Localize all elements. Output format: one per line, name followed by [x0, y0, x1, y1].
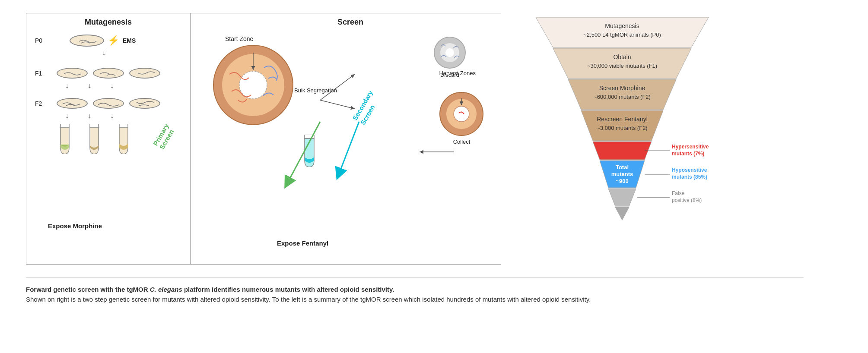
- svg-text:Mutagenesis: Mutagenesis: [605, 22, 639, 29]
- f1-petri-2: [93, 68, 124, 79]
- caption-species: C. elegans: [150, 286, 182, 293]
- primary-screen-arrow-svg: [277, 117, 329, 195]
- svg-text:Screen Morphine: Screen Morphine: [599, 85, 645, 91]
- f2-worms-3-svg: [130, 99, 161, 110]
- svg-line-21: [337, 122, 359, 178]
- f1-worms-3-svg: [130, 69, 161, 79]
- svg-text:positive (8%): positive (8%): [672, 197, 702, 203]
- f1-petri-3: [129, 68, 160, 79]
- arrow-f1-f2-1: ↓: [65, 82, 69, 90]
- svg-text:Hyposensitive: Hyposensitive: [672, 167, 707, 173]
- svg-text:~2,500 L4 tgMOR animals (P0): ~2,500 L4 tgMOR animals (P0): [583, 32, 661, 38]
- svg-marker-40: [615, 207, 629, 220]
- caption-section: Forward genetic screen with the tgMOR C.…: [26, 277, 804, 304]
- f2-petri-3: [129, 98, 160, 109]
- discard-plate-svg: [432, 35, 467, 70]
- svg-rect-1: [90, 124, 99, 127]
- tubes-row: [59, 124, 129, 154]
- svg-marker-34: [593, 142, 652, 160]
- f1-row: [57, 68, 160, 79]
- svg-marker-39: [608, 189, 636, 206]
- primary-plate: [212, 44, 294, 128]
- svg-text:Total: Total: [616, 164, 629, 170]
- p0-petri: [70, 35, 104, 47]
- secondary-screen-arrow-svg: [333, 117, 376, 186]
- funnel-svg: Mutagenesis ~2,500 L4 tgMOR animals (P0)…: [523, 13, 722, 259]
- diagram-row: Mutagenesis P0 ⚡ E: [26, 13, 842, 265]
- f2-worms-1-svg: [57, 99, 89, 110]
- caption-body: Shown on right is a two step genetic scr…: [26, 296, 591, 303]
- svg-text:False: False: [672, 190, 685, 196]
- f1-f2-arrows: ↓ ↓ ↓: [65, 82, 114, 90]
- screen-section: Screen Start Zone: [191, 13, 510, 264]
- p0-row: ⚡ EMS: [70, 35, 136, 47]
- tube-3-svg: [118, 124, 129, 154]
- expose-morphine-label: Expose Morphine: [48, 222, 102, 230]
- svg-text:mutants (85%): mutants (85%): [672, 174, 707, 180]
- tube-1-svg: [59, 124, 70, 154]
- svg-text:Rescreen Fentanyl: Rescreen Fentanyl: [597, 116, 648, 123]
- collect-area: Collect: [439, 91, 484, 145]
- caption-text: Forward genetic screen with the tgMOR C.…: [26, 285, 804, 304]
- start-zone-label: Start Zone: [225, 35, 253, 42]
- mutagenesis-content: P0 ⚡ EMS ↓: [35, 31, 182, 238]
- tube-1-wrapper: [59, 124, 70, 154]
- f2-petri-1: [57, 98, 88, 109]
- svg-text:Obtain: Obtain: [613, 54, 631, 60]
- svg-text:~3,000 mutants (F2): ~3,000 mutants (F2): [597, 125, 647, 131]
- screen-header: Screen: [199, 18, 502, 27]
- arrow-f2-t2: ↓: [88, 112, 91, 120]
- f2-worms-2-svg: [94, 99, 125, 110]
- collect-plate-svg: [439, 91, 484, 137]
- svg-text:Hypersensitive: Hypersensitive: [672, 144, 709, 150]
- svg-text:mutants (7%): mutants (7%): [672, 151, 704, 157]
- arrow-f1-f2-2: ↓: [88, 82, 91, 90]
- ems-label: EMS: [123, 37, 136, 44]
- f1-worms-1-svg: [57, 69, 89, 79]
- mutagenesis-section: Mutagenesis P0 ⚡ E: [26, 13, 191, 264]
- lightning-icon: ⚡: [108, 35, 119, 46]
- mutagenesis-header: Mutagenesis: [35, 18, 181, 27]
- main-container: Mutagenesis P0 ⚡ E: [26, 13, 842, 304]
- primary-screen-label: PrimaryScreen: [152, 123, 176, 151]
- f2-tube-arrows: ↓ ↓ ↓: [65, 112, 114, 120]
- svg-text:mutants: mutants: [611, 171, 633, 177]
- f2-petri-2: [93, 98, 124, 109]
- tube-2-wrapper: [89, 124, 100, 154]
- p0-label: P0: [35, 37, 42, 44]
- expose-fentanyl-label: Expose Fentanyl: [277, 240, 328, 247]
- f2-row: [57, 98, 160, 109]
- f1-worms-2-svg: [94, 69, 125, 79]
- left-panel: Mutagenesis P0 ⚡ E: [26, 13, 501, 265]
- harvest-zones-label: Harvest Zones: [439, 70, 476, 76]
- svg-text:~600,000 mutants (F2): ~600,000 mutants (F2): [594, 94, 651, 100]
- arrow-f2-t3: ↓: [110, 112, 114, 120]
- tube-2-svg: [89, 124, 100, 154]
- svg-rect-2: [119, 124, 128, 127]
- tube-3-wrapper: [118, 124, 129, 154]
- f1-label: F1: [35, 70, 42, 77]
- f2-label: F2: [35, 100, 42, 107]
- caption-bold-start: Forward genetic screen with the tgMOR: [26, 286, 150, 293]
- svg-point-12: [445, 48, 454, 57]
- f1-petri-1: [57, 68, 88, 79]
- svg-line-20: [286, 122, 320, 186]
- arrow-p0-f1: ↓: [102, 49, 105, 57]
- arrow-f1-f2-3: ↓: [110, 82, 114, 90]
- screen-content: Start Zone: [199, 31, 502, 255]
- svg-line-9: [320, 100, 355, 109]
- svg-text:~30,000 viable mutants (F1): ~30,000 viable mutants (F1): [587, 63, 657, 69]
- svg-text:~900: ~900: [616, 178, 628, 184]
- p0-worms-svg: [70, 35, 105, 47]
- svg-line-8: [320, 74, 355, 100]
- svg-rect-0: [60, 124, 69, 127]
- primary-plate-svg: [212, 44, 294, 126]
- right-panel: Mutagenesis ~2,500 L4 tgMOR animals (P0)…: [518, 13, 726, 259]
- arrow-f2-t1: ↓: [65, 112, 69, 120]
- caption-bold-end: platform identifies numerous mutants wit…: [182, 286, 394, 293]
- collect-to-tube-arrow-svg: [415, 143, 458, 161]
